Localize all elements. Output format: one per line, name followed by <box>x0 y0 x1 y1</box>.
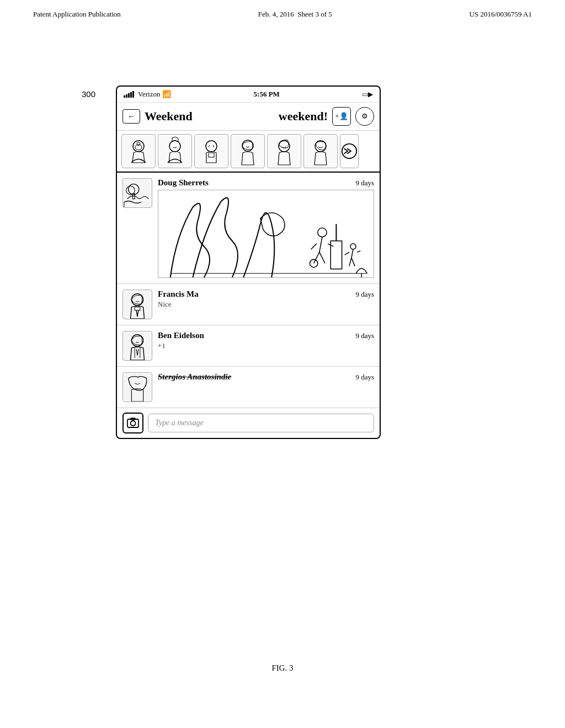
svg-point-9 <box>342 144 356 158</box>
avatars-strip <box>117 131 380 173</box>
svg-point-4 <box>206 141 217 152</box>
message-item-ben[interactable]: Ben Eidelson 9 days +1 <box>117 325 380 367</box>
svg-point-2 <box>137 142 140 146</box>
status-right: ▭▶ <box>362 90 373 99</box>
msg-header-doug: Doug Sherrets 9 days <box>158 178 374 188</box>
msg-header-stergios: Stergios Anastosindie 9 days <box>158 372 374 382</box>
msg-preview-ben: +1 <box>158 341 374 350</box>
message-input[interactable]: Type a message <box>148 414 374 432</box>
header-left: Patent Application Publication <box>33 10 121 19</box>
avatar-3-image <box>196 136 227 167</box>
msg-content-ben: Ben Eidelson 9 days +1 <box>158 331 374 350</box>
svg-point-3 <box>169 141 180 152</box>
avatar-1-image <box>124 136 154 167</box>
avatar-4-image <box>233 136 263 167</box>
nav-subtitle: weekend! <box>279 109 328 124</box>
header-center: Feb. 4, 2016 Sheet 3 of 5 <box>258 10 332 19</box>
avatar-2[interactable] <box>158 134 192 168</box>
avatar-5-image <box>269 136 300 167</box>
avatar-6[interactable] <box>303 134 338 168</box>
svg-point-14 <box>318 228 327 237</box>
msg-content-doug: Doug Sherrets 9 days <box>158 178 374 278</box>
status-left: Verizon 📶 <box>124 90 171 99</box>
message-item-stergios[interactable]: Stergios Anastosindie 9 days <box>117 367 380 408</box>
msg-preview-francis: Nice <box>158 300 374 309</box>
phone-mockup: Verizon 📶 5:56 PM ▭▶ ← Weekend weekend! … <box>116 85 381 439</box>
ref-label: 300 <box>82 89 95 99</box>
msg-header-francis: Francis Ma 9 days <box>158 290 374 299</box>
svg-rect-5 <box>209 153 214 157</box>
msg-name-ben: Ben Eidelson <box>158 331 204 340</box>
msg-header-ben: Ben Eidelson 9 days <box>158 331 374 340</box>
avatar-5[interactable] <box>267 134 301 168</box>
header-right: US 2016/0036759 A1 <box>470 10 532 19</box>
msg-content-stergios: Stergios Anastosindie 9 days <box>158 372 374 382</box>
page-header: Patent Application Publication Feb. 4, 2… <box>0 0 565 24</box>
msg-time-ben: 9 days <box>355 331 374 340</box>
msg-time-francis: 9 days <box>355 290 374 299</box>
camera-button[interactable] <box>122 413 143 433</box>
msg-name-francis: Francis Ma <box>158 290 199 299</box>
message-placeholder: Type a message <box>155 419 204 427</box>
svg-point-15 <box>350 244 356 249</box>
msg-image-doug <box>158 190 374 278</box>
svg-rect-22 <box>135 307 140 311</box>
wifi-icon: 📶 <box>162 90 171 99</box>
add-person-button[interactable]: +👤 <box>332 107 351 126</box>
more-avatars[interactable] <box>340 134 359 168</box>
settings-button[interactable]: ⚙ <box>355 107 374 126</box>
avatar-2-image <box>160 136 190 167</box>
nav-bar: ← Weekend weekend! +👤 ⚙ <box>117 103 380 131</box>
carrier-name: Verizon <box>138 90 160 99</box>
avatar-3[interactable] <box>194 134 228 168</box>
msg-name-stergios: Stergios Anastosindie <box>158 372 231 382</box>
avatar-francis <box>122 290 152 319</box>
message-item-francis[interactable]: Francis Ma 9 days Nice <box>117 284 380 325</box>
message-item-doug[interactable]: Doug Sherrets 9 days <box>117 173 380 284</box>
bottom-bar: Type a message <box>117 408 380 438</box>
nav-title: Weekend <box>145 109 274 124</box>
svg-rect-16 <box>331 241 342 269</box>
msg-content-francis: Francis Ma 9 days Nice <box>158 290 374 309</box>
avatar-doug <box>122 178 152 208</box>
msg-time-doug: 9 days <box>355 179 374 188</box>
avatar-6-image <box>306 136 336 167</box>
battery-icon: ▭▶ <box>362 90 373 99</box>
avatar-1[interactable] <box>121 134 156 168</box>
status-bar: Verizon 📶 5:56 PM ▭▶ <box>117 87 380 103</box>
more-icon <box>340 134 358 168</box>
svg-point-25 <box>131 421 136 426</box>
avatar-4[interactable] <box>231 134 265 168</box>
msg-name-doug: Doug Sherrets <box>158 178 209 188</box>
msg-time-stergios: 9 days <box>355 373 374 382</box>
gear-icon: ⚙ <box>361 112 368 121</box>
avatar-stergios <box>122 372 152 402</box>
fig-label: FIG. 3 <box>0 663 565 673</box>
avatar-ben <box>122 331 152 361</box>
status-time: 5:56 PM <box>254 90 280 99</box>
back-button[interactable]: ← <box>122 109 140 124</box>
signal-icon <box>124 91 134 98</box>
camera-icon <box>127 417 139 429</box>
